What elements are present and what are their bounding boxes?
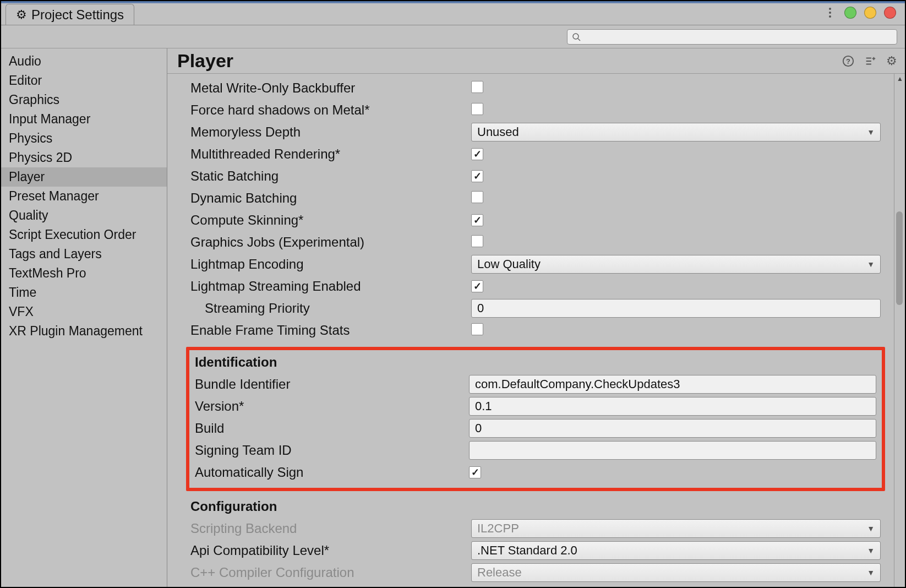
sidebar-item-label: Script Execution Order [9, 227, 136, 242]
search-input[interactable] [584, 31, 892, 42]
checkbox-force-hard-shadows[interactable] [471, 103, 483, 115]
sidebar-item-script-execution[interactable]: Script Execution Order [1, 225, 167, 244]
select-memoryless-depth[interactable]: Unused▼ [471, 123, 881, 141]
row-signing-team: Signing Team ID [195, 439, 876, 461]
sidebar-item-label: Physics 2D [9, 150, 72, 165]
sidebar-item-editor[interactable]: Editor [1, 71, 167, 90]
label: Compute Skinning* [190, 213, 471, 228]
tab-project-settings[interactable]: ⚙ Project Settings [6, 4, 134, 25]
label: Enable Frame Timing Stats [190, 323, 471, 338]
checkbox-dynamic-batching[interactable] [471, 191, 483, 203]
label: Lightmap Encoding [190, 257, 471, 272]
sidebar-item-label: Graphics [9, 92, 59, 107]
sidebar-item-textmesh-pro[interactable]: TextMesh Pro [1, 264, 167, 283]
checkbox-frame-timing[interactable] [471, 323, 483, 335]
gear-icon: ⚙ [16, 8, 27, 22]
sidebar-item-physics[interactable]: Physics [1, 129, 167, 148]
toolbar [1, 25, 905, 48]
sidebar-item-player[interactable]: Player [1, 167, 167, 187]
checkbox-metal-backbuffer[interactable] [471, 81, 483, 93]
scrollbar[interactable]: ▲ [894, 74, 905, 587]
row-lightmap-streaming: Lightmap Streaming Enabled [190, 275, 881, 297]
sidebar-item-input-manager[interactable]: Input Manager [1, 110, 167, 129]
sidebar-item-vfx[interactable]: VFX [1, 302, 167, 322]
row-static-batching: Static Batching [190, 165, 881, 187]
select-scripting-backend[interactable]: IL2CPP▼ [471, 519, 881, 538]
input-version[interactable] [469, 397, 876, 416]
preset-icon[interactable] [864, 55, 876, 67]
row-cpp-compiler: C++ Compiler Configuration Release▼ [190, 562, 881, 584]
sidebar-item-preset-manager[interactable]: Preset Manager [1, 187, 167, 206]
sidebar-item-label: Physics [9, 131, 52, 145]
label: Signing Team ID [195, 443, 469, 458]
window-controls [829, 7, 896, 19]
svg-line-1 [578, 39, 580, 41]
help-icon[interactable]: ? [842, 55, 854, 67]
label: Multithreaded Rendering* [190, 146, 471, 162]
row-bundle-identifier: Bundle Identifier [195, 373, 876, 395]
label: Static Batching [190, 168, 471, 184]
sidebar-item-audio[interactable]: Audio [1, 52, 167, 71]
input-bundle-identifier[interactable] [469, 375, 876, 394]
sidebar-item-label: Player [9, 170, 45, 184]
settings-gear-icon[interactable]: ⚙ [886, 54, 897, 68]
row-graphics-jobs: Graphics Jobs (Experimental) [190, 231, 881, 253]
label: Automatically Sign [195, 465, 469, 480]
titlebar-accent [1, 1, 905, 3]
checkbox-graphics-jobs[interactable] [471, 235, 483, 247]
sidebar-item-graphics[interactable]: Graphics [1, 90, 167, 110]
scroll-up-icon[interactable]: ▲ [897, 75, 903, 83]
row-lightmap-encoding: Lightmap Encoding Low Quality▼ [190, 253, 881, 275]
page-title: Player [177, 50, 233, 72]
titlebar: ⚙ Project Settings [1, 1, 905, 25]
svg-point-0 [573, 34, 578, 39]
row-frame-timing: Enable Frame Timing Stats [190, 319, 881, 341]
section-identification: Identification [195, 355, 876, 370]
label: Scripting Backend [190, 521, 471, 536]
row-version: Version* [195, 395, 876, 417]
select-cpp-compiler[interactable]: Release▼ [471, 563, 881, 582]
identification-highlight: Identification Bundle Identifier Version… [186, 347, 885, 491]
sidebar-item-label: Time [9, 285, 36, 300]
label: Streaming Priority [190, 301, 471, 316]
select-value: IL2CPP [477, 521, 519, 536]
section-configuration: Configuration [190, 499, 881, 514]
sidebar-item-label: Input Manager [9, 112, 90, 126]
sidebar-item-xr-plugin[interactable]: XR Plugin Management [1, 322, 167, 341]
input-build[interactable] [469, 419, 876, 438]
window-minimize-button[interactable] [864, 7, 876, 19]
sidebar-item-label: XR Plugin Management [9, 324, 143, 338]
row-metal-backbuffer: Metal Write-Only Backbuffer [190, 77, 881, 99]
input-streaming-priority[interactable] [471, 299, 881, 318]
sidebar: Audio Editor Graphics Input Manager Phys… [1, 48, 167, 587]
select-value: Release [477, 565, 522, 580]
scroll-thumb[interactable] [896, 211, 903, 305]
sidebar-item-quality[interactable]: Quality [1, 206, 167, 225]
label: Bundle Identifier [195, 377, 469, 392]
search-icon [572, 32, 581, 41]
sidebar-item-label: TextMesh Pro [9, 266, 86, 280]
window-close-button[interactable] [884, 7, 896, 19]
window-maximize-button[interactable] [844, 7, 856, 19]
label: Metal Write-Only Backbuffer [190, 80, 471, 96]
sidebar-item-time[interactable]: Time [1, 283, 167, 302]
checkbox-compute-skinning[interactable] [471, 214, 483, 226]
label: Version* [195, 399, 469, 414]
select-api-compat[interactable]: .NET Standard 2.0▼ [471, 541, 881, 560]
sidebar-item-physics2d[interactable]: Physics 2D [1, 148, 167, 167]
checkbox-multithreaded[interactable] [471, 148, 483, 160]
sidebar-item-label: Tags and Layers [9, 247, 102, 261]
chevron-down-icon: ▼ [867, 260, 875, 269]
input-signing-team[interactable] [469, 441, 876, 460]
checkbox-lightmap-streaming[interactable] [471, 280, 483, 292]
select-lightmap-encoding[interactable]: Low Quality▼ [471, 255, 881, 274]
checkbox-auto-sign[interactable] [469, 466, 481, 478]
sidebar-item-tags-layers[interactable]: Tags and Layers [1, 244, 167, 264]
checkbox-static-batching[interactable] [471, 170, 483, 182]
search-box[interactable] [567, 29, 897, 45]
label: Lightmap Streaming Enabled [190, 279, 471, 294]
kebab-icon[interactable] [829, 8, 831, 18]
sidebar-item-label: Quality [9, 208, 48, 222]
row-streaming-priority: Streaming Priority [190, 297, 881, 319]
row-memoryless-depth: Memoryless Depth Unused▼ [190, 121, 881, 143]
